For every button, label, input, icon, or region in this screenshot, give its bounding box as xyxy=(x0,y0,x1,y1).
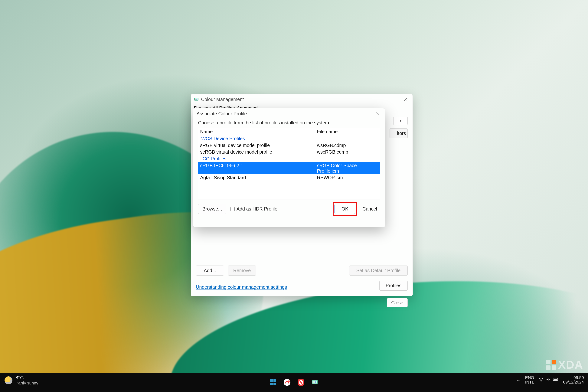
profile-group-wcs: WCS Device Profiles xyxy=(198,135,380,142)
identify-monitors-button[interactable]: itors xyxy=(390,128,408,138)
volume-icon[interactable] xyxy=(546,377,551,383)
taskbar-center: 11 xyxy=(268,377,320,388)
wifi-icon[interactable] xyxy=(538,377,544,383)
profile-row[interactable]: sRGB virtual device model profile wsRGB.… xyxy=(198,142,380,149)
profile-row-selected[interactable]: sRGB IEC61966-2.1 sRGB Color Space Profi… xyxy=(198,162,380,174)
add-hdr-checkbox-input[interactable] xyxy=(230,207,235,211)
taskbar[interactable]: 8°C Partly sunny 11 ︿ ENG INTL xyxy=(0,373,588,392)
dialog-footer: Browse... Add as HDR Profile OK Cancel xyxy=(198,204,380,214)
profile-list[interactable]: Name File name WCS Device Profiles sRGB … xyxy=(198,128,380,200)
browse-button[interactable]: Browse... xyxy=(198,204,226,214)
add-hdr-checkbox[interactable]: Add as HDR Profile xyxy=(230,206,278,212)
app-icon xyxy=(194,96,199,102)
svg-point-3 xyxy=(196,99,197,100)
dialog-titlebar[interactable]: Associate Colour Profile xyxy=(193,108,385,119)
svg-point-17 xyxy=(541,381,541,381)
dialog-title: Associate Colour Profile xyxy=(196,111,374,116)
svg-point-2 xyxy=(196,99,196,100)
profile-group-icc: ICC Profiles xyxy=(198,155,380,162)
remove-button: Remove xyxy=(228,266,256,276)
xda-watermark: XDA xyxy=(546,358,583,371)
taskbar-weather[interactable]: 8°C Partly sunny xyxy=(4,375,38,386)
svg-rect-7 xyxy=(274,383,276,386)
taskbar-app-colour-management[interactable] xyxy=(310,377,320,388)
svg-rect-19 xyxy=(558,379,558,380)
add-hdr-checkbox-label: Add as HDR Profile xyxy=(236,206,278,212)
help-link[interactable]: Understanding colour management settings xyxy=(196,284,287,290)
column-name[interactable]: Name xyxy=(198,128,315,135)
dialog-body: Choose a profile from the list of profil… xyxy=(193,119,385,218)
ok-button[interactable]: OK xyxy=(334,204,355,214)
window-close-button[interactable] xyxy=(402,95,410,104)
profile-action-row: Add... Remove Set as Default Profile xyxy=(196,266,408,276)
column-file[interactable]: File name xyxy=(315,128,380,135)
language-indicator[interactable]: ENG INTL xyxy=(525,376,534,384)
associate-colour-profile-dialog: Associate Colour Profile Choose a profil… xyxy=(193,108,385,227)
profiles-button[interactable]: Profiles xyxy=(379,280,408,290)
weather-icon xyxy=(4,376,12,384)
weather-description: Partly sunny xyxy=(16,381,38,386)
svg-point-16 xyxy=(315,382,316,382)
start-button[interactable] xyxy=(268,377,278,388)
weather-temperature: 8°C xyxy=(16,375,38,381)
battery-icon[interactable] xyxy=(553,377,558,383)
add-button[interactable]: Add... xyxy=(196,266,224,276)
xda-watermark-text: XDA xyxy=(558,358,583,371)
window-titlebar[interactable]: Colour Management xyxy=(191,94,412,104)
taskbar-app-copilot[interactable]: 11 xyxy=(282,377,292,388)
set-default-profile-button: Set as Default Profile xyxy=(349,266,408,276)
svg-point-15 xyxy=(314,382,314,382)
window-title: Colour Management xyxy=(201,97,402,102)
xda-logo-icon xyxy=(546,360,556,370)
close-button[interactable]: Close xyxy=(387,298,408,307)
cancel-button[interactable]: Cancel xyxy=(360,204,380,214)
profile-row[interactable]: Agfa : Swop Standard RSWOP.icm xyxy=(198,174,380,181)
dialog-close-button[interactable] xyxy=(374,110,382,118)
chevron-down-icon: ▾ xyxy=(400,119,402,123)
profile-list-rows: WCS Device Profiles sRGB virtual device … xyxy=(198,135,380,181)
taskbar-right: ︿ ENG INTL 09:50 09/12/2024 xyxy=(516,376,584,384)
svg-rect-20 xyxy=(554,378,557,380)
profile-list-header: Name File name xyxy=(198,128,380,135)
tray-chevron-icon[interactable]: ︿ xyxy=(516,377,520,383)
dialog-description: Choose a profile from the list of profil… xyxy=(198,120,380,126)
taskbar-app-vivaldi[interactable] xyxy=(296,377,306,388)
system-tray[interactable] xyxy=(538,377,558,383)
svg-text:11: 11 xyxy=(288,380,290,382)
svg-rect-5 xyxy=(274,379,276,382)
clock-time: 09:50 xyxy=(574,376,584,380)
device-dropdown[interactable]: ▾ xyxy=(393,117,408,125)
desktop: Colour Management Devices All Profiles A… xyxy=(0,0,588,392)
profile-row[interactable]: scRGB virtual device model profile wscRG… xyxy=(198,149,380,155)
taskbar-clock[interactable]: 09:50 09/12/2024 xyxy=(563,376,584,384)
svg-rect-6 xyxy=(270,383,273,386)
clock-date: 09/12/2024 xyxy=(563,380,584,384)
svg-rect-4 xyxy=(270,379,273,382)
